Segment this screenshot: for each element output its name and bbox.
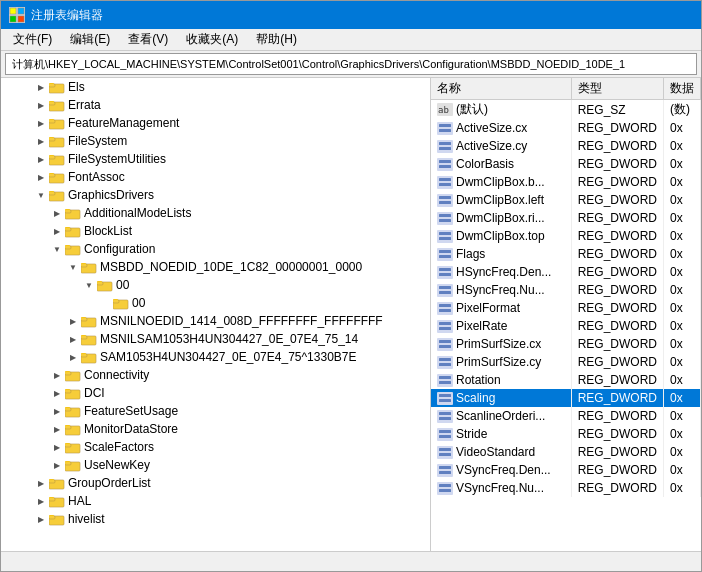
expand-btn[interactable]: ▼ (49, 241, 65, 257)
table-row[interactable]: PixelFormat REG_DWORD 0x (431, 299, 701, 317)
folder-icon (49, 188, 65, 202)
table-row[interactable]: VSyncFreq.Den... REG_DWORD 0x (431, 461, 701, 479)
table-row[interactable]: Flags REG_DWORD 0x (431, 245, 701, 263)
table-row[interactable]: ScanlineOrderi... REG_DWORD 0x (431, 407, 701, 425)
reg-data: 0x (664, 191, 701, 209)
tree-item-configuration[interactable]: ▼ Configuration (1, 240, 430, 258)
svg-rect-132 (439, 273, 451, 276)
table-row[interactable]: HSyncFreq.Den... REG_DWORD 0x (431, 263, 701, 281)
expand-btn[interactable]: ▶ (33, 115, 49, 131)
app-icon (9, 7, 25, 23)
folder-icon (65, 368, 81, 382)
tree-item-dci[interactable]: ▶ DCI (1, 384, 430, 402)
tree-item-hivelist[interactable]: ▶ hivelist (1, 510, 430, 528)
tree-item-msnilsam1053[interactable]: ▶ MSNILSAM1053H4UN304427_0E_07E4_75_14 (1, 330, 430, 348)
reg-type: REG_DWORD (571, 389, 663, 407)
svg-rect-145 (437, 356, 453, 369)
svg-rect-156 (439, 417, 451, 420)
tree-item-addingtionalmodelists[interactable]: ▶ AdditionalModeLists (1, 204, 430, 222)
table-row[interactable]: DwmClipBox.top REG_DWORD 0x (431, 227, 701, 245)
reg-icon (437, 248, 453, 261)
expand-btn[interactable]: ▶ (33, 169, 49, 185)
svg-rect-161 (439, 448, 451, 451)
tree-item-msnilnoedid[interactable]: ▶ MSNILNOEDID_1414_008D_FFFFFFFF_FFFFFFF… (1, 312, 430, 330)
reg-data: 0x (664, 353, 701, 371)
tree-item-els[interactable]: ▶ Els (1, 78, 430, 96)
folder-icon (49, 494, 65, 508)
tree-item-fontassoc[interactable]: ▶ FontAssoc (1, 168, 430, 186)
table-row[interactable]: ab(默认) REG_SZ (数) (431, 100, 701, 120)
tree-item-fsutils[interactable]: ▶ FileSystemUtilities (1, 150, 430, 168)
table-row[interactable]: VSyncFreq.Nu... REG_DWORD 0x (431, 479, 701, 497)
tree-item-blocklist[interactable]: ▶ BlockList (1, 222, 430, 240)
expand-btn[interactable]: ▶ (33, 475, 49, 491)
svg-rect-103 (49, 516, 64, 525)
expand-btn[interactable]: ▶ (65, 313, 81, 329)
expand-btn[interactable]: ▶ (49, 421, 65, 437)
table-row[interactable]: Rotation REG_DWORD 0x (431, 371, 701, 389)
menu-edit[interactable]: 编辑(E) (62, 29, 118, 50)
expand-btn[interactable]: ▼ (65, 259, 81, 275)
tree-item-connectivity[interactable]: ▶ Connectivity (1, 366, 430, 384)
expand-btn[interactable]: ▶ (49, 367, 65, 383)
expand-btn[interactable]: ▶ (33, 493, 49, 509)
expand-btn[interactable]: ▼ (33, 187, 49, 203)
tree-item-graphicsdrivers[interactable]: ▼ GraphicsDrivers (1, 186, 430, 204)
svg-rect-138 (439, 309, 451, 312)
menu-favorites[interactable]: 收藏夹(A) (178, 29, 246, 50)
tree-item-filesystem[interactable]: ▶ FileSystem (1, 132, 430, 150)
table-row[interactable]: VideoStandard REG_DWORD 0x (431, 443, 701, 461)
tree-item-featuresetusage[interactable]: ▶ FeatureSetUsage (1, 402, 430, 420)
table-row[interactable]: DwmClipBox.b... REG_DWORD 0x (431, 173, 701, 191)
menu-help[interactable]: 帮助(H) (248, 29, 305, 50)
table-row[interactable]: PrimSurfSize.cx REG_DWORD 0x (431, 335, 701, 353)
table-row[interactable]: DwmClipBox.left REG_DWORD 0x (431, 191, 701, 209)
table-row[interactable]: HSyncFreq.Nu... REG_DWORD 0x (431, 281, 701, 299)
tree-panel[interactable]: ▶ Els▶ Errata▶ FeatureManagement▶ FileSy… (1, 78, 431, 551)
expand-btn[interactable]: ▶ (65, 349, 81, 365)
tree-item-featuremgmt[interactable]: ▶ FeatureManagement (1, 114, 430, 132)
expand-btn[interactable]: ▶ (49, 457, 65, 473)
expand-btn[interactable]: ▶ (49, 223, 65, 239)
menu-file[interactable]: 文件(F) (5, 29, 60, 50)
svg-rect-160 (437, 446, 453, 459)
table-row[interactable]: ColorBasis REG_DWORD 0x (431, 155, 701, 173)
expand-btn[interactable]: ▶ (33, 97, 49, 113)
tree-item-monitordatastore[interactable]: ▶ MonitorDataStore (1, 420, 430, 438)
menu-view[interactable]: 查看(V) (120, 29, 176, 50)
tree-item-grouporderlist[interactable]: ▶ GroupOrderList (1, 474, 430, 492)
expand-btn[interactable]: ▶ (65, 331, 81, 347)
expand-btn[interactable]: ▶ (49, 385, 65, 401)
expand-btn[interactable]: ▶ (33, 79, 49, 95)
tree-item-usenewkey[interactable]: ▶ UseNewKey (1, 456, 430, 474)
table-row[interactable]: PixelRate REG_DWORD 0x (431, 317, 701, 335)
expand-btn[interactable]: ▶ (33, 151, 49, 167)
expand-btn[interactable]: ▶ (33, 511, 49, 527)
table-row[interactable]: DwmClipBox.ri... REG_DWORD 0x (431, 209, 701, 227)
reg-name: VSyncFreq.Nu... (431, 479, 571, 497)
tree-item-hal[interactable]: ▶ HAL (1, 492, 430, 510)
table-row[interactable]: Stride REG_DWORD 0x (431, 425, 701, 443)
svg-rect-2 (10, 16, 16, 22)
folder-icon (49, 476, 65, 490)
tree-item-00[interactable]: ▼ 00 (1, 276, 430, 294)
table-row[interactable]: ActiveSize.cx REG_DWORD 0x (431, 119, 701, 137)
tree-label: MonitorDataStore (84, 422, 430, 436)
table-row[interactable]: PrimSurfSize.cy REG_DWORD 0x (431, 353, 701, 371)
expand-btn[interactable]: ▶ (33, 133, 49, 149)
svg-rect-63 (81, 336, 96, 345)
tree-item-errata[interactable]: ▶ Errata (1, 96, 430, 114)
expand-btn[interactable]: ▶ (49, 205, 65, 221)
registry-panel[interactable]: 名称 类型 数据 ab(默认) REG_SZ (数) ActiveSize.cx… (431, 78, 701, 551)
tree-item-sam1053[interactable]: ▶ SAM1053H4UN304427_0E_07E4_75^1330B7E (1, 348, 430, 366)
reg-name: DwmClipBox.ri... (431, 209, 571, 227)
address-bar[interactable]: 计算机\HKEY_LOCAL_MACHINE\SYSTEM\ControlSet… (5, 53, 697, 75)
tree-item-scalefactors[interactable]: ▶ ScaleFactors (1, 438, 430, 456)
table-row[interactable]: Scaling REG_DWORD 0x (431, 389, 701, 407)
table-row[interactable]: ActiveSize.cy REG_DWORD 0x (431, 137, 701, 155)
expand-btn[interactable]: ▼ (81, 277, 97, 293)
expand-btn[interactable]: ▶ (49, 403, 65, 419)
expand-btn[interactable]: ▶ (49, 439, 65, 455)
tree-item-00sub[interactable]: 00 (1, 294, 430, 312)
tree-item-msbdd[interactable]: ▼ MSBDD_NOEDID_10DE_1C82_00000001_0000 (1, 258, 430, 276)
